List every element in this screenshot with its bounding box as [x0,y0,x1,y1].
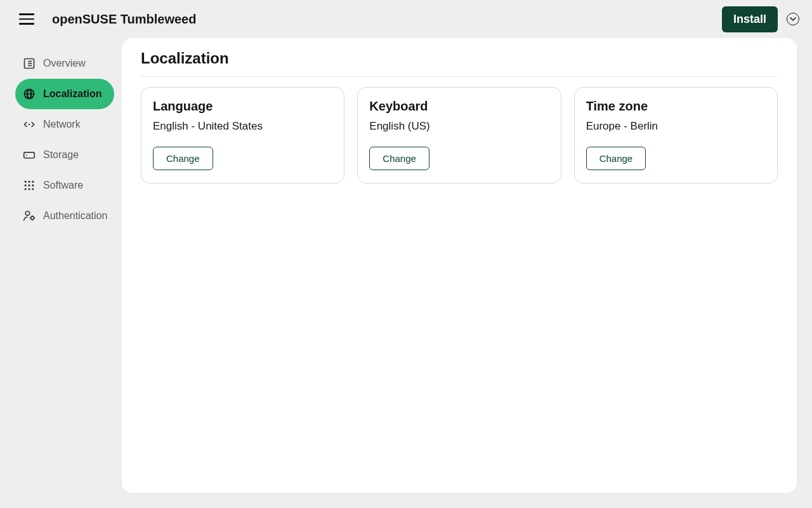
main-panel: Localization Language English - United S… [122,38,797,493]
globe-icon [23,88,36,100]
svg-point-9 [26,155,27,156]
card-title: Language [153,99,332,114]
sidebar-item-label: Authentication [43,210,107,222]
sidebar-item-label: Overview [43,58,86,69]
svg-point-20 [31,217,34,220]
card-title: Keyboard [369,99,549,114]
card-value: Europe - Berlin [586,120,766,133]
install-button[interactable]: Install [722,6,778,32]
sidebar-item-label: Localization [43,88,102,100]
card-grid: Language English - United States Change … [141,87,778,184]
sidebar-item-storage[interactable]: Storage [15,140,114,170]
card-title: Time zone [586,99,766,114]
sidebar-item-authentication[interactable]: Authentication [15,201,114,231]
sidebar: Overview Localization Network Storage So [0,38,122,493]
sidebar-item-software[interactable]: Software [15,170,114,201]
sidebar-item-label: Software [43,180,83,191]
svg-point-11 [28,181,30,183]
svg-point-15 [32,184,34,186]
auth-icon [23,210,36,222]
card-timezone: Time zone Europe - Berlin Change [574,87,778,184]
sidebar-item-overview[interactable]: Overview [15,48,114,79]
software-icon [23,179,36,192]
svg-point-18 [32,188,34,190]
svg-point-7 [29,124,30,126]
svg-point-10 [25,181,27,183]
svg-point-16 [25,188,27,190]
sidebar-item-label: Network [43,119,81,130]
svg-point-19 [25,211,30,216]
card-keyboard: Keyboard English (US) Change [357,87,561,184]
app-title: openSUSE Tumbleweed [52,12,196,27]
sidebar-item-network[interactable]: Network [15,109,114,140]
storage-icon [23,149,36,161]
network-icon [23,118,36,131]
svg-point-17 [28,188,30,190]
svg-point-12 [32,181,34,183]
chevron-down-icon[interactable] [787,13,799,25]
card-language: Language English - United States Change [141,87,344,184]
svg-point-13 [25,184,27,186]
change-language-button[interactable]: Change [153,147,213,170]
header: openSUSE Tumbleweed Install [0,0,812,38]
sidebar-item-label: Storage [43,149,79,161]
card-value: English (US) [369,120,549,133]
menu-icon[interactable] [19,11,34,27]
svg-point-14 [28,184,30,186]
change-keyboard-button[interactable]: Change [369,147,429,170]
change-timezone-button[interactable]: Change [586,147,646,170]
card-value: English - United States [153,120,332,133]
sidebar-item-localization[interactable]: Localization [15,79,114,109]
overview-icon [23,57,36,70]
page-title: Localization [141,50,778,77]
svg-rect-8 [24,152,35,158]
